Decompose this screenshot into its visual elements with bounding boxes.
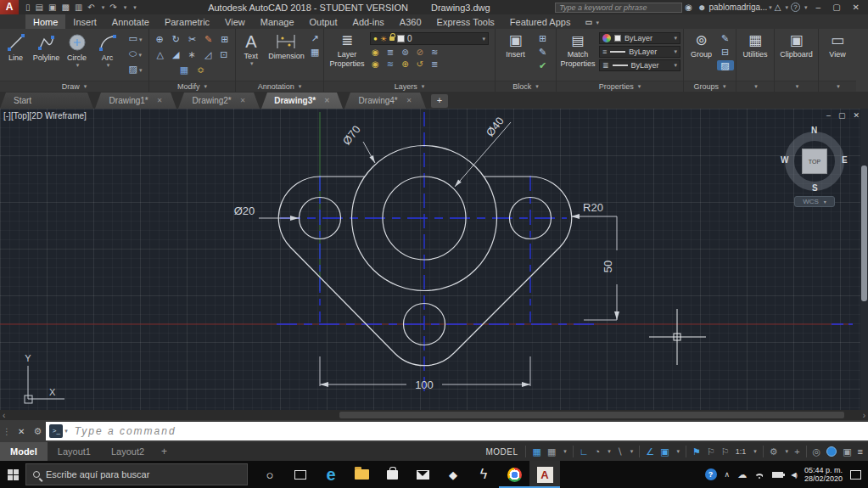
panel-label-layers[interactable]: Layers ▾ xyxy=(324,81,495,92)
viewcube-east[interactable]: E xyxy=(842,155,848,165)
workspace-caret-icon[interactable]: ▾ xyxy=(786,448,789,455)
polyline-button[interactable]: Polyline xyxy=(31,29,62,62)
block-attributes-icon[interactable]: ✔ xyxy=(533,60,553,70)
circle-button[interactable]: Circle ▾ xyxy=(62,29,92,69)
panel-label-draw[interactable]: Draw ▾ xyxy=(0,81,148,92)
osnap-caret-icon[interactable]: ▾ xyxy=(677,448,680,455)
command-prompt-icon[interactable]: >_ xyxy=(49,424,63,438)
undo-caret-icon[interactable]: ▾ xyxy=(102,4,105,11)
text-button[interactable]: A Text ▾ xyxy=(236,29,266,67)
annotation-scale-icon[interactable]: ⚐ xyxy=(721,446,730,457)
group-selection-toggle-icon[interactable]: ▨ xyxy=(717,60,734,70)
user-avatar-icon[interactable]: ☻ xyxy=(697,3,707,12)
dropbox-button[interactable]: ◆ xyxy=(438,461,468,488)
tab-close-icon[interactable]: ✕ xyxy=(324,97,330,104)
cortana-button[interactable]: ○ xyxy=(255,461,285,488)
isolate-objects-icon[interactable]: ◎ xyxy=(813,446,821,457)
help-search-input[interactable] xyxy=(555,3,682,13)
a360-icon[interactable]: △ xyxy=(775,3,781,12)
start-button[interactable] xyxy=(0,461,25,488)
scroll-right-icon[interactable]: › xyxy=(860,411,868,420)
redo-caret-icon[interactable]: ▾ xyxy=(124,4,127,11)
vertical-scrollbar-thumb[interactable] xyxy=(861,165,867,301)
viewcube[interactable]: N W E S TOP WCS ▾ xyxy=(782,127,847,209)
ungroup-icon[interactable]: ✎ xyxy=(717,33,734,43)
line-button[interactable]: Line xyxy=(1,29,31,62)
tab-annotate[interactable]: Annotate xyxy=(104,14,157,29)
new-layout-button[interactable]: + xyxy=(154,446,174,457)
tab-featured-apps[interactable]: Featured Apps xyxy=(502,14,579,29)
layer-tool-icon[interactable]: ↺ xyxy=(417,60,423,69)
edge-button[interactable]: e xyxy=(316,461,346,488)
horizontal-scrollbar-thumb[interactable] xyxy=(339,412,844,418)
model-space-canvas[interactable]: [-][Top][2D Wireframe] – ▢ ✕ xyxy=(0,109,868,410)
layer-tool-icon[interactable]: ◉ xyxy=(372,60,379,69)
group-edit-icon[interactable]: ⊟ xyxy=(717,47,734,57)
vertical-scrollbar[interactable] xyxy=(860,109,868,410)
layer-tool-icon[interactable]: ≋ xyxy=(431,48,438,57)
tab-close-icon[interactable]: ✕ xyxy=(157,97,163,104)
grid-toggle-icon[interactable]: ▦ xyxy=(532,446,540,457)
polar-caret-icon[interactable]: ▾ xyxy=(608,448,611,455)
file-tab-drawing1[interactable]: Drawing1* ✕ xyxy=(95,93,176,109)
tray-help-icon[interactable]: ? xyxy=(705,468,717,480)
match-properties-button[interactable]: ▤ Match Properties xyxy=(557,29,599,68)
open-file-icon[interactable]: ▤ xyxy=(36,3,43,12)
fillet-tool-icon[interactable]: ◢ xyxy=(172,49,179,59)
new-drawing-tab-button[interactable]: + xyxy=(431,94,448,108)
panel-label-annotation[interactable]: Annotation ▾ xyxy=(236,81,323,92)
explode-tool-icon[interactable]: ∗ xyxy=(188,49,196,59)
object-snap-icon[interactable]: ▣ xyxy=(660,446,669,457)
command-wrench-icon[interactable]: ⚙ xyxy=(29,426,46,437)
layer-tool-icon[interactable]: ⊘ xyxy=(417,48,423,57)
user-caret-icon[interactable]: ▾ xyxy=(769,4,772,11)
tab-close-icon[interactable]: ✕ xyxy=(240,97,246,104)
autocad-app-icon[interactable]: A xyxy=(0,0,19,14)
isodraft-icon[interactable]: ∖ xyxy=(617,446,623,457)
new-file-icon[interactable]: ▯ xyxy=(25,3,31,12)
erase-tool-icon[interactable]: ✎ xyxy=(204,34,212,44)
taskbar-clock[interactable]: 05:44 p. m. 28/02/2020 xyxy=(804,466,843,483)
mirror-tool-icon[interactable]: △ xyxy=(157,49,164,59)
dimension-button[interactable]: Dimension xyxy=(266,29,307,60)
graphics-performance-icon[interactable] xyxy=(826,446,837,457)
linetype-dropdown[interactable]: ≣ ByLayer ▾ xyxy=(599,59,680,71)
status-menu-icon[interactable]: ≡ xyxy=(858,446,863,457)
help-icon[interactable]: ? xyxy=(791,3,800,12)
command-input-field[interactable]: >_ ▾ xyxy=(46,422,868,440)
save-icon[interactable]: ▣ xyxy=(48,3,56,12)
trim-tool-icon[interactable]: ✂ xyxy=(188,34,196,44)
table-tool-icon[interactable]: ▦ xyxy=(306,47,323,57)
layer-tool-icon[interactable]: ◉ xyxy=(372,48,379,57)
search-binoculars-icon[interactable]: ◉ xyxy=(685,3,692,12)
save-as-icon[interactable]: ▩ xyxy=(61,3,69,12)
view-button[interactable]: ▭ View xyxy=(820,29,855,59)
offset-tool-icon[interactable]: ≎ xyxy=(197,65,204,75)
edit-block-icon[interactable]: ✎ xyxy=(533,47,553,57)
tab-home[interactable]: Home xyxy=(25,14,65,29)
panel-label-utilities[interactable]: ▾ xyxy=(736,81,774,92)
rectangle-tool-icon[interactable]: ▭▾ xyxy=(123,33,148,45)
hatch-tool-icon[interactable]: ▨▾ xyxy=(123,64,148,76)
tab-express-tools[interactable]: Express Tools xyxy=(429,14,502,29)
panel-label-groups[interactable]: Groups ▾ xyxy=(684,81,736,92)
a360-caret-icon[interactable]: ▾ xyxy=(786,4,789,11)
polar-tracking-icon[interactable]: ◔ xyxy=(595,446,601,457)
tab-close-icon[interactable]: ✕ xyxy=(406,97,412,104)
layout1-tab[interactable]: Layout1 xyxy=(48,442,101,461)
model-tab[interactable]: Model xyxy=(0,442,48,461)
panel-label-modify[interactable]: Modify ▾ xyxy=(149,81,235,92)
chrome-button[interactable] xyxy=(499,461,529,488)
file-tab-drawing3[interactable]: Drawing3* ✕ xyxy=(261,93,343,109)
minimize-button[interactable]: – xyxy=(816,3,821,12)
hidden-icons-chevron[interactable]: ∧ xyxy=(725,470,731,479)
arc-button[interactable]: Arc ▾ xyxy=(92,29,123,69)
object-color-dropdown[interactable]: ByLayer ▾ xyxy=(599,32,680,44)
layer-tool-icon[interactable]: ⊜ xyxy=(401,48,408,57)
viewcube-north[interactable]: N xyxy=(811,126,817,135)
layer-tool-icon[interactable]: ⊕ xyxy=(401,60,408,69)
array-tool-icon[interactable]: ▦ xyxy=(180,65,188,75)
scale-tool-icon[interactable]: ⊡ xyxy=(220,49,227,59)
file-tab-drawing4[interactable]: Drawing4* ✕ xyxy=(344,93,426,109)
wcs-dropdown[interactable]: WCS ▾ xyxy=(794,196,835,207)
